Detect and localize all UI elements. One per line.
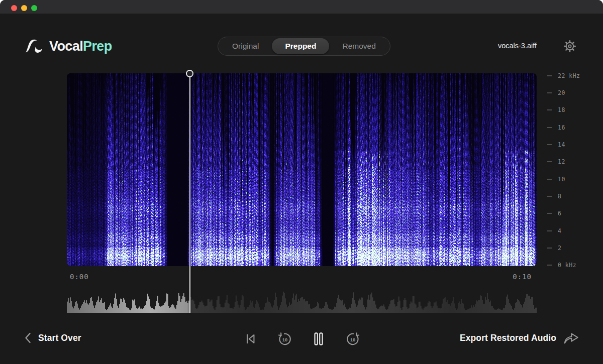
freq-tick bbox=[547, 161, 552, 162]
freq-tick-row: 12 bbox=[547, 159, 597, 165]
freq-tick-row: 22 kHz bbox=[547, 72, 597, 79]
freq-tick-row: 20 bbox=[547, 89, 597, 96]
freq-label: 4 bbox=[558, 227, 561, 234]
share-arrow-icon bbox=[563, 331, 579, 345]
gear-icon bbox=[563, 39, 577, 53]
playhead-handle[interactable] bbox=[185, 69, 194, 78]
time-end-label: 0:10 bbox=[513, 273, 532, 281]
skip-to-start-icon bbox=[244, 332, 257, 345]
freq-tick bbox=[547, 179, 552, 180]
time-start-label: 0:00 bbox=[70, 273, 89, 281]
freq-tick-row: 8 bbox=[547, 193, 597, 200]
freq-tick-row: 6 bbox=[547, 210, 597, 217]
vocalprep-logo-icon bbox=[25, 38, 44, 54]
freq-tick-row: 2 bbox=[547, 245, 597, 252]
spectrogram-canvas[interactable] bbox=[67, 73, 537, 266]
spectrogram-view[interactable] bbox=[67, 73, 537, 266]
freq-tick bbox=[547, 196, 552, 197]
freq-label: 2 bbox=[558, 245, 561, 252]
waveform-canvas[interactable] bbox=[67, 286, 537, 313]
freq-label: 20 bbox=[558, 89, 565, 96]
freq-tick bbox=[547, 248, 552, 249]
freq-tick bbox=[547, 127, 552, 128]
rewind-10-icon: 10 bbox=[277, 331, 292, 347]
forward-10-button[interactable]: 10 bbox=[344, 330, 361, 347]
svg-text:10: 10 bbox=[282, 337, 287, 342]
settings-button[interactable] bbox=[563, 39, 577, 53]
vocalprep-window: VocalPrep Original Prepped Removed vocal… bbox=[0, 0, 603, 364]
freq-tick bbox=[547, 109, 552, 110]
freq-label: 18 bbox=[558, 106, 565, 113]
freq-label: 10 bbox=[558, 176, 565, 183]
titlebar bbox=[0, 0, 603, 14]
chevron-left-icon bbox=[24, 331, 32, 344]
freq-tick bbox=[547, 75, 552, 76]
app-title-accent: Prep bbox=[83, 39, 112, 54]
pause-button[interactable] bbox=[310, 330, 327, 347]
svg-text:10: 10 bbox=[350, 337, 355, 342]
app-title: VocalPrep bbox=[49, 39, 112, 54]
freq-label: 14 bbox=[558, 141, 565, 148]
pause-icon bbox=[312, 331, 326, 347]
app-logo: VocalPrep bbox=[25, 35, 112, 57]
freq-tick bbox=[547, 213, 552, 214]
freq-tick bbox=[547, 230, 552, 231]
freq-label: 22 kHz bbox=[558, 72, 580, 79]
tab-removed[interactable]: Removed bbox=[329, 38, 388, 54]
freq-tick-row: 18 bbox=[547, 107, 597, 113]
skip-to-start-button[interactable] bbox=[242, 330, 259, 347]
freq-label: 8 bbox=[558, 193, 561, 200]
freq-tick-row: 0 kHz bbox=[547, 262, 597, 269]
freq-tick bbox=[547, 265, 552, 266]
rewind-10-button[interactable]: 10 bbox=[276, 330, 293, 347]
freq-tick-row: 4 bbox=[547, 227, 597, 234]
tab-original[interactable]: Original bbox=[219, 38, 272, 54]
export-restored-audio-button[interactable]: Export Restored Audio bbox=[460, 331, 579, 345]
freq-label: 0 kHz bbox=[558, 262, 576, 269]
zoom-window-button[interactable] bbox=[31, 5, 37, 11]
view-mode-segmented-control: Original Prepped Removed bbox=[218, 37, 390, 56]
freq-axis: 22 kHz20181614121086420 kHz bbox=[547, 72, 597, 269]
waveform-strip[interactable] bbox=[67, 286, 537, 313]
freq-label: 16 bbox=[558, 124, 565, 131]
playhead-line[interactable] bbox=[189, 73, 190, 313]
start-over-button[interactable]: Start Over bbox=[24, 331, 81, 344]
freq-label: 12 bbox=[558, 158, 565, 165]
freq-tick bbox=[547, 92, 552, 93]
freq-label: 6 bbox=[558, 210, 561, 217]
loaded-filename: vocals-3.aiff bbox=[498, 42, 537, 50]
minimize-window-button[interactable] bbox=[21, 5, 27, 11]
forward-10-icon: 10 bbox=[345, 331, 361, 347]
tab-prepped[interactable]: Prepped bbox=[272, 38, 329, 54]
export-label: Export Restored Audio bbox=[460, 333, 556, 343]
freq-tick-row: 10 bbox=[547, 176, 597, 182]
freq-tick-row: 16 bbox=[547, 124, 597, 131]
close-window-button[interactable] bbox=[11, 5, 17, 11]
freq-tick bbox=[547, 144, 552, 145]
start-over-label: Start Over bbox=[38, 333, 81, 343]
freq-tick-row: 14 bbox=[547, 141, 597, 148]
